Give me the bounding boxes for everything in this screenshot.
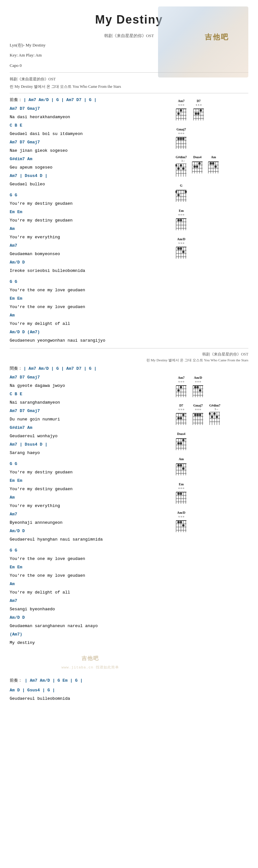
lyric-line: Nae jinan gieok sogeseo (10, 147, 171, 155)
svg-point-151 (194, 414, 196, 416)
svg-point-127 (194, 386, 196, 388)
lyrics-column-1: 前奏： | Am7 Am/D | G | Am7 D7 | G | Am7 D7… (10, 97, 171, 345)
intro-label: 前奏： (10, 97, 22, 102)
chord-group-amd: Am/D x x o (174, 236, 248, 259)
lyric-line: Sarang haeyo (10, 449, 171, 457)
svg-point-140 (177, 417, 180, 419)
section3-intro: 前奏： | Am7 Am/D | G Em | G | (10, 676, 171, 685)
lyric-line: You're my destiny geudaen (10, 216, 171, 225)
chord-dsus4-svg (191, 159, 203, 174)
lyric-line: Du nune goin nunmuri (10, 415, 171, 424)
section3-intro-chords: | Am7 Am/D | G Em | G | (25, 678, 82, 683)
svg-point-58 (196, 165, 198, 167)
lyric-line: You're my everything (10, 502, 171, 510)
chord-line: Am7 (10, 597, 171, 605)
chord-group-row2: G#dim7 3 ⌐ (174, 154, 248, 178)
chord-line: Em Em (10, 208, 171, 216)
lyric-line: Ireoke sorieobsi bulleobomnida (10, 267, 171, 275)
lyric-line: Geudaeneun yeongwonhan naui sarangijyo (10, 337, 171, 345)
chord-s2-am: Am (176, 457, 187, 475)
section2-intro: 間奏： | Am7 Am/D | G | Am7 D7 | G | (10, 365, 248, 371)
chord-d7-svg (193, 106, 205, 120)
chord-group-s2-amd2: Am/D x x o (174, 509, 248, 533)
chord-am-svg (208, 159, 219, 174)
section2-subtitle-en: 린 My Destiny 별에서 온 그대 오스트 You Who Came F… (10, 358, 248, 363)
svg-point-81 (176, 190, 177, 193)
lyric-line: You're my destiny geudaen (10, 199, 171, 208)
chord-diagrams-1: Am7 x o o (171, 97, 248, 345)
svg-point-47 (182, 167, 184, 169)
svg-point-189 (180, 464, 182, 466)
chord-line: Am7 D7 Gmaj7 (10, 138, 171, 147)
lyric-line: You're my delight of all (10, 320, 171, 328)
lyric-line: Sesangi byeonhaedo (10, 605, 171, 614)
chord-group-s2-em: Em o o o (174, 481, 248, 505)
chord-dsus4: Dsus4 (191, 155, 203, 174)
lyric-line: You're the one my love geudaen (10, 555, 171, 563)
lyric-line: Geu apeum sogeseo (10, 163, 171, 172)
svg-point-44 (176, 164, 177, 166)
song-section-2: Am7 D7 Gmaj7 Na gyeote dagawa jwoyo C B … (10, 373, 248, 703)
chord-line: Am/D D (10, 258, 171, 267)
svg-point-116 (177, 389, 180, 392)
svg-point-152 (197, 414, 199, 416)
svg-point-128 (197, 386, 199, 388)
svg-point-105 (180, 247, 182, 250)
lyric-line: Geudaereul hyanghan naui sarangimnida (10, 535, 171, 544)
chord-s2-em: Em o o o (176, 483, 187, 504)
watermark-area: 吉他吧 www.jitaba.cn 找谱如此简单 (10, 654, 171, 671)
chord-line: G G (10, 191, 171, 199)
desc-2: 린 My Destiny 별에서 온 그대 오스트 You Who Came F… (10, 83, 248, 90)
chord-group-em: Em o o o (174, 207, 248, 231)
svg-point-83 (185, 190, 187, 193)
chord-gmaj7: Gmaj7 o o o (176, 128, 187, 149)
chord-em: Em o o o (176, 209, 187, 230)
chord-group-s2-dsus4: Dsus4 (174, 430, 248, 451)
lyric-line: Geudaereul bulleobomnida (10, 694, 171, 703)
chord-d7: D7 x x o (193, 99, 205, 120)
section2-intro-label: 間奏： (10, 366, 22, 371)
svg-point-22 (197, 113, 199, 115)
chord-line: Am7 D7 Gmaj7 (10, 104, 171, 113)
chord-gdim7: G#dim7 3 ⌐ (176, 155, 187, 177)
chord-s2-d7: D7 x x o (176, 404, 187, 425)
chord-line: Am (10, 225, 171, 233)
svg-point-46 (180, 164, 182, 166)
chord-amd-svg (176, 244, 187, 259)
lyric-line: You're my destiny geudaen (10, 468, 171, 476)
section3-intro-label: 前奏： (10, 678, 22, 683)
lyric-line: Na gyeote dagawa jwoyo (10, 382, 171, 390)
svg-point-166 (216, 415, 218, 418)
lyric-line: Byeonhaji annneungeon (10, 519, 171, 527)
chord-group-s2-r2: D7 x x o (174, 403, 248, 426)
chord-gmaj7-svg (176, 135, 187, 149)
svg-point-34 (182, 137, 184, 140)
chord-amd: Am/D x x o (176, 237, 187, 259)
chord-line: Am/D D (Am7) (10, 328, 171, 337)
chord-line: Am7 | Dsus4 D | (10, 172, 171, 180)
lyric-line: My destiny (10, 639, 171, 647)
chord-line: Am/D D (10, 614, 171, 622)
section2-intro-chords: | Am7 Am/D | G | Am7 D7 | G | (24, 366, 97, 371)
svg-point-57 (193, 165, 196, 167)
chord-s2-am7: Am7 x o o (176, 376, 187, 397)
svg-point-176 (177, 442, 180, 444)
svg-point-21 (195, 113, 197, 115)
lyric-line: Nai saranghandamyeon (10, 399, 171, 407)
svg-point-213 (182, 524, 184, 526)
chord-line: Am7 D7 Gmaj7 (10, 407, 171, 415)
watermark-logo: 吉他吧 (10, 654, 171, 664)
chord-group-gmaj7: Gmaj7 o o o (174, 126, 248, 150)
svg-point-20 (199, 109, 202, 112)
chord-gdim7-svg (176, 162, 187, 177)
lyric-line: Geudael dasi bol su itdamyeon (10, 130, 171, 138)
chord-line: G G (10, 278, 171, 286)
chord-am7: Am7 x o o (176, 99, 187, 120)
chord-group-am7-d7: Am7 x o o (174, 98, 248, 121)
lyric-line: Geudaereul wonhajyo (10, 432, 171, 440)
chord-line: G#dim7 Am (10, 424, 171, 432)
svg-point-94 (180, 219, 182, 221)
svg-point-104 (177, 247, 180, 250)
svg-point-212 (180, 521, 182, 523)
svg-point-93 (177, 219, 180, 221)
